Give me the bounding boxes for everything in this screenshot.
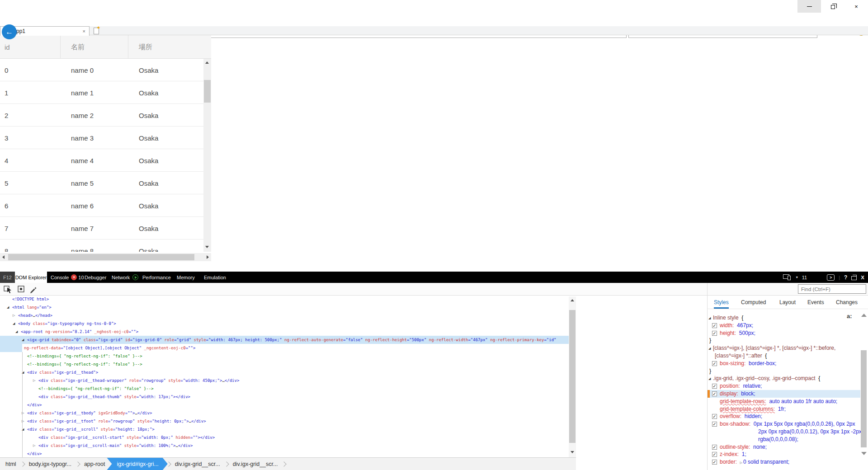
tab-layout[interactable]: Layout xyxy=(779,296,796,309)
cell-place[interactable]: Osaka xyxy=(139,172,158,194)
scroll-left-icon[interactable] xyxy=(2,255,5,259)
cell-id[interactable]: 3 xyxy=(5,127,8,149)
help-button[interactable]: ? xyxy=(844,274,847,281)
table-row[interactable]: 7name 7Osaka xyxy=(0,217,203,240)
cell-name[interactable]: name 7 xyxy=(71,217,94,240)
css-rule-selector[interactable]: ◢.igx-grid, .igx-grid--cosy, .igx-grid--… xyxy=(708,375,860,382)
property-checkbox[interactable]: ✓ xyxy=(712,361,717,366)
cell-place[interactable]: Osaka xyxy=(139,127,158,149)
scroll-down-icon[interactable] xyxy=(205,246,209,248)
property-checkbox[interactable]: ✓ xyxy=(712,384,717,389)
css-property-width[interactable]: ✓width: 467px; xyxy=(708,322,860,329)
dom-node[interactable]: ◢<app-root ng-version="8.2.14" _nghost-e… xyxy=(0,328,569,336)
cell-name[interactable]: name 0 xyxy=(71,59,94,81)
devtools-tab-dom-explorer[interactable]: DOM Explorer xyxy=(15,272,47,283)
dom-node[interactable]: <!--bindings={ "ng-reflect-ng-if": "fals… xyxy=(0,352,569,360)
cell-name[interactable]: name 8 xyxy=(71,240,94,252)
expand-icon[interactable]: ▷ xyxy=(13,311,15,320)
tab-changes[interactable]: Changes xyxy=(836,296,858,309)
table-row[interactable]: 0name 0Osaka xyxy=(0,59,203,81)
collapse-icon[interactable]: ◢ xyxy=(708,344,711,352)
color-picker-icon[interactable] xyxy=(29,285,38,294)
dom-node[interactable]: ▷<div class="igx-grid__tbody" igxGridBod… xyxy=(0,409,569,417)
css-property-display[interactable]: ✓display: block; xyxy=(708,390,860,398)
scroll-up-icon[interactable] xyxy=(571,299,574,301)
dom-node[interactable]: <div class="igx-grid__scroll-start" styl… xyxy=(0,433,569,442)
css-value-wrap[interactable]: rgba(0,0,0,0.08); xyxy=(708,436,860,443)
table-row[interactable]: 4name 4Osaka xyxy=(0,149,203,172)
css-rule-selector[interactable]: ◢Inline style { xyxy=(708,314,860,322)
cell-place[interactable]: Osaka xyxy=(139,81,158,104)
cell-name[interactable]: name 6 xyxy=(71,194,94,217)
dom-node[interactable]: ◢<div class="igx-grid__scroll" style="he… xyxy=(0,425,569,433)
property-checkbox[interactable]: ✓ xyxy=(712,414,717,419)
breadcrumb-item[interactable]: div.igx-grid__scr... xyxy=(171,458,224,470)
tab-computed[interactable]: Computed xyxy=(741,296,766,309)
table-row[interactable]: 3name 3Osaka xyxy=(0,127,203,149)
grid-vertical-scrollbar[interactable] xyxy=(203,59,211,252)
property-checkbox[interactable]: ✓ xyxy=(712,452,717,457)
back-button[interactable]: ← xyxy=(2,24,17,39)
devtools-tab-performance[interactable]: Performance xyxy=(142,272,171,283)
property-checkbox[interactable]: ✓ xyxy=(712,422,717,427)
css-rule-close[interactable]: } xyxy=(708,367,860,375)
expand-icon[interactable]: ▷ xyxy=(33,442,35,450)
cell-name[interactable]: name 3 xyxy=(71,127,94,149)
scroll-down-icon[interactable] xyxy=(861,452,867,455)
tab-events[interactable]: Events xyxy=(807,296,824,309)
collapse-icon[interactable]: ◢ xyxy=(708,314,711,322)
collapse-icon[interactable]: ◢ xyxy=(708,375,711,382)
collapse-icon[interactable]: ◢ xyxy=(15,328,18,336)
dom-node[interactable]: </div> xyxy=(0,450,569,457)
breadcrumb-item-active[interactable]: igx-grid#igx-gri... xyxy=(107,458,167,470)
emulation-device-icon[interactable] xyxy=(783,274,792,280)
dom-node[interactable]: ▷<div class="igx-grid__tfoot" role="rowg… xyxy=(0,417,569,425)
cell-name[interactable]: name 1 xyxy=(71,81,94,104)
device-dropdown-icon[interactable]: ▾ xyxy=(796,275,798,279)
dom-node[interactable]: ▷<head>…</head> xyxy=(0,311,569,320)
css-property-grid-template-rows[interactable]: grid-template-rows: auto auto auto 1fr a… xyxy=(708,398,860,405)
document-mode-value[interactable]: 11 xyxy=(802,275,807,280)
cell-place[interactable]: Osaka xyxy=(139,217,158,240)
cell-place[interactable]: Osaka xyxy=(139,149,158,172)
css-rule-close[interactable]: } xyxy=(708,337,860,344)
grid-header-place[interactable]: 場所 xyxy=(139,35,152,59)
styles-scroll-thumb[interactable] xyxy=(861,350,867,447)
devtools-tab-debugger[interactable]: Debugger xyxy=(85,272,106,283)
cell-id[interactable]: 0 xyxy=(5,59,8,81)
cell-name[interactable]: name 4 xyxy=(71,149,94,172)
breadcrumb-item[interactable]: div.igx-grid__scr... xyxy=(229,458,282,470)
devtools-tab-network[interactable]: Network xyxy=(112,272,138,283)
css-property-box-shadow[interactable]: ✓box-shadow: 0px 1px 5px 0px rgba(0,0,0,… xyxy=(708,420,860,428)
property-checkbox[interactable]: ✓ xyxy=(712,445,717,450)
dom-node[interactable]: ◢<div class="igx-grid__thead"> xyxy=(0,368,569,376)
breadcrumb-item[interactable]: body.igx-typogr... xyxy=(25,458,75,470)
css-property-box-sizing[interactable]: ✓box-sizing: border-box; xyxy=(708,360,860,367)
cell-place[interactable]: Osaka xyxy=(139,194,158,217)
scroll-up-icon[interactable] xyxy=(205,61,209,64)
dom-node[interactable]: <!--bindings={ "ng-reflect-ng-if": "fals… xyxy=(0,360,569,368)
select-element-icon[interactable] xyxy=(4,285,13,294)
css-property-z-index[interactable]: ✓z-index: 1; xyxy=(708,451,860,458)
dom-node-selected[interactable]: ◢<igx-grid tabindex="0" class="igx-grid"… xyxy=(0,336,569,344)
css-value-wrap[interactable]: 2px 0px rgba(0,0,0,0.12), 0px 3px 1px -2… xyxy=(708,428,860,436)
close-button[interactable]: × xyxy=(844,0,868,13)
dom-node[interactable]: ▷<div class="igx-grid__thead-wrapper" ro… xyxy=(0,376,569,385)
collapse-icon[interactable]: ◢ xyxy=(22,336,24,344)
css-property-height[interactable]: ✓height: 500px; xyxy=(708,329,860,337)
cell-id[interactable]: 2 xyxy=(5,104,8,127)
console-prompt-icon[interactable]: > xyxy=(827,274,835,281)
scroll-down-icon[interactable] xyxy=(571,451,574,453)
dom-node[interactable]: ng-reflect-data="[object Object],[object… xyxy=(0,344,569,352)
devtools-tab-console[interactable]: Console✕10 xyxy=(51,272,84,283)
expand-icon[interactable]: ▷ xyxy=(33,376,35,385)
dom-scroll-thumb[interactable] xyxy=(569,310,576,443)
cell-id[interactable]: 4 xyxy=(5,149,8,172)
horizontal-scroll-thumb[interactable] xyxy=(8,254,194,260)
cell-place[interactable]: Osaka xyxy=(139,59,158,81)
dom-node[interactable]: <div class="igx-grid__thead-thumb" style… xyxy=(0,393,569,401)
unpin-dock-icon[interactable] xyxy=(851,276,857,280)
css-property-grid-template-columns[interactable]: grid-template-columns: 1fr; xyxy=(708,405,860,413)
css-property-overflow[interactable]: ✓overflow: hidden; xyxy=(708,413,860,420)
cell-place[interactable]: Osaka xyxy=(139,104,158,127)
